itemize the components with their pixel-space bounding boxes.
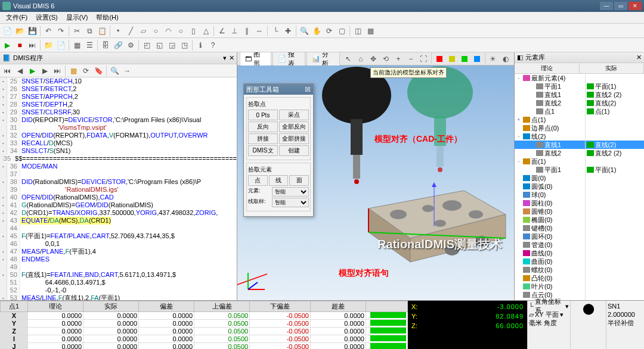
code-line[interactable]: 49	[0, 263, 237, 271]
cs-icon[interactable]: └	[270, 25, 281, 37]
doc-icon[interactable]: 📄	[55, 39, 67, 51]
nav-first-icon[interactable]: ⏮	[1, 65, 13, 77]
tree-item-actual[interactable]	[586, 274, 644, 282]
tree-item[interactable]: 椭圆(0)	[515, 216, 585, 224]
elem-select[interactable]: 智能	[272, 187, 309, 197]
tree-item-actual[interactable]	[586, 157, 644, 166]
tree-item[interactable]: 平面1	[515, 82, 585, 91]
tree-item-actual[interactable]	[586, 182, 644, 191]
tree-item[interactable]: 圆柱(0)	[515, 199, 585, 207]
pick-button[interactable]: 采点	[279, 110, 309, 120]
undo-icon[interactable]: ↶	[42, 25, 54, 37]
code-line[interactable]: 46 0,0,1	[0, 240, 237, 248]
goto-icon[interactable]: →	[121, 65, 133, 77]
nav-prev-icon[interactable]: ◀	[14, 65, 26, 77]
stitch-all-button[interactable]: 全部拼接	[279, 133, 309, 144]
rot-icon[interactable]: ⟲	[380, 53, 392, 65]
blu-icon[interactable]	[471, 53, 483, 65]
element-tree[interactable]: -最新元素(4)平面1直线1直线2点1+点(1)边界点(0)-线(2)直线1直线…	[515, 74, 644, 300]
tree-item-actual[interactable]	[586, 74, 644, 82]
tree-item-actual[interactable]	[586, 199, 644, 207]
tree-item-actual[interactable]	[586, 174, 644, 182]
toolbox-header[interactable]: 图形工具箱 ☒	[244, 84, 313, 95]
tree-item-actual[interactable]: 直线2 (2)	[586, 91, 644, 99]
tree-item-actual[interactable]	[586, 216, 644, 224]
tree-item-actual[interactable]: 平面(1)	[586, 82, 644, 91]
reverse-all-button[interactable]: 全部反向	[279, 121, 309, 132]
fit-icon[interactable]: ▢	[336, 25, 348, 37]
paste-icon[interactable]: 📋	[96, 25, 108, 37]
code-line[interactable]: •50F(直线1)=FEAT/LINE,BND,CART,5.6171,0,13…	[0, 271, 237, 279]
red-icon[interactable]	[434, 53, 445, 65]
tree-item-actual[interactable]: 平面(1)	[586, 166, 644, 174]
tree-item[interactable]: 直线2	[515, 149, 585, 157]
tree-col-theory[interactable]: 理论	[515, 63, 580, 73]
code-line[interactable]: •40OPEN/DID(RationalDMIS),CAD	[0, 194, 237, 201]
reverse-button[interactable]: 反向	[248, 121, 278, 132]
tree-item[interactable]: 直线2	[515, 99, 585, 107]
code-editor[interactable]: •25SNSET/SEARCH,10•26SNSET/RETRCT,2•27SN…	[0, 77, 237, 300]
tree-item[interactable]: +点(1)	[515, 116, 585, 124]
tree-item[interactable]: 键槽(0)	[515, 224, 585, 232]
code-line[interactable]: •53MEAS/LINE,F(直线1),2,FA(平面1)	[0, 294, 237, 300]
run-icon[interactable]: ▶	[1, 39, 13, 51]
axis-icon[interactable]: ✚	[282, 25, 294, 37]
plane-icon[interactable]: ▱	[137, 25, 149, 37]
nav-last-icon[interactable]: ⏭	[51, 65, 63, 77]
tree-item[interactable]: 曲面(0)	[515, 257, 585, 266]
para-icon[interactable]: ∥	[241, 25, 253, 37]
code-line[interactable]: 51 64.4686,0,13.4971,$	[0, 279, 237, 286]
elem-line-button[interactable]: 线	[269, 175, 289, 186]
link-icon[interactable]: 🔗	[112, 39, 124, 51]
tree-item[interactable]: 圆环(0)	[515, 232, 585, 241]
code-line[interactable]: •33RECALL/D(MCS)	[0, 139, 237, 147]
code-line[interactable]: •47MEAS/PLANE,F(平面1),4	[0, 248, 237, 255]
tree-item-actual[interactable]: 直线2 (2)	[586, 149, 644, 157]
tree-item[interactable]: 圆(0)	[515, 174, 585, 182]
step-icon[interactable]: ⏭	[26, 39, 38, 51]
tree-item-actual[interactable]: 直线(2)	[586, 141, 644, 149]
results-table[interactable]: 点1理论实际偏差上偏差下偏差超差X0.00000.00000.00000.050…	[0, 301, 408, 349]
tree-item[interactable]: 凸轮(0)	[515, 274, 585, 282]
code-line[interactable]: •42D(CRD1)=TRANS/XORIG,337.500000,YORIG,…	[0, 209, 237, 217]
tree-item-actual[interactable]	[586, 241, 644, 249]
help-icon[interactable]: ?	[207, 39, 219, 51]
zoom-icon[interactable]: 🔍	[298, 25, 310, 37]
nav-next-icon[interactable]: ▶	[39, 65, 51, 77]
menu-help[interactable]: 帮助(H)	[92, 12, 122, 23]
tree-item[interactable]: 圆弧(0)	[515, 182, 585, 191]
redo-icon[interactable]: ↷	[55, 25, 67, 37]
elem-point-button[interactable]: 点	[248, 175, 268, 186]
tree-item[interactable]: 管道(0)	[515, 241, 585, 249]
code-line[interactable]: •34SNSLCT/S(SN1)	[0, 147, 237, 155]
tree-item-actual[interactable]	[586, 124, 644, 132]
maximize-button[interactable]: ▭	[614, 2, 627, 10]
play-icon[interactable]: ▶	[26, 65, 38, 77]
cut-icon[interactable]: ✂	[71, 25, 83, 37]
tree-item[interactable]: -最新元素(4)	[515, 74, 585, 82]
new-icon[interactable]: 📄	[1, 25, 13, 37]
tree-item-actual[interactable]: 直线(2)	[586, 99, 644, 107]
close-button[interactable]: ✕	[628, 2, 642, 10]
rotate-icon[interactable]: ⟳	[323, 25, 335, 37]
tree-item[interactable]: -线(2)	[515, 132, 585, 141]
point-icon[interactable]: •	[112, 25, 124, 37]
tree-item[interactable]: 直线1	[515, 141, 585, 149]
toolbox-close-icon[interactable]: ☒	[305, 86, 311, 94]
tree-item-actual[interactable]	[586, 207, 644, 216]
info-icon[interactable]: ℹ	[194, 39, 206, 51]
tree-item[interactable]: -面(1)	[515, 157, 585, 166]
db-icon[interactable]: 🗄	[100, 39, 112, 51]
move-icon[interactable]: ✥	[367, 53, 379, 65]
perp-icon[interactable]: ⊥	[228, 25, 240, 37]
code-line[interactable]: •26SNSET/RETRCT,2	[0, 85, 237, 93]
yel-icon[interactable]	[446, 53, 458, 65]
zoomin-icon[interactable]: +	[392, 53, 404, 65]
code-line[interactable]: •28SNSET/DEPTH,2	[0, 101, 237, 108]
code-line[interactable]: •32OPEN/DID(REPORT),FDATA,V(FORMAT1),OUT…	[0, 132, 237, 139]
stitch-button[interactable]: 拼接	[248, 133, 278, 144]
mark-icon[interactable]: 🔖	[92, 65, 104, 77]
view4-icon[interactable]: ◳	[178, 39, 190, 51]
open-icon[interactable]: 📂	[14, 25, 26, 37]
code-line[interactable]: 44	[0, 225, 237, 232]
